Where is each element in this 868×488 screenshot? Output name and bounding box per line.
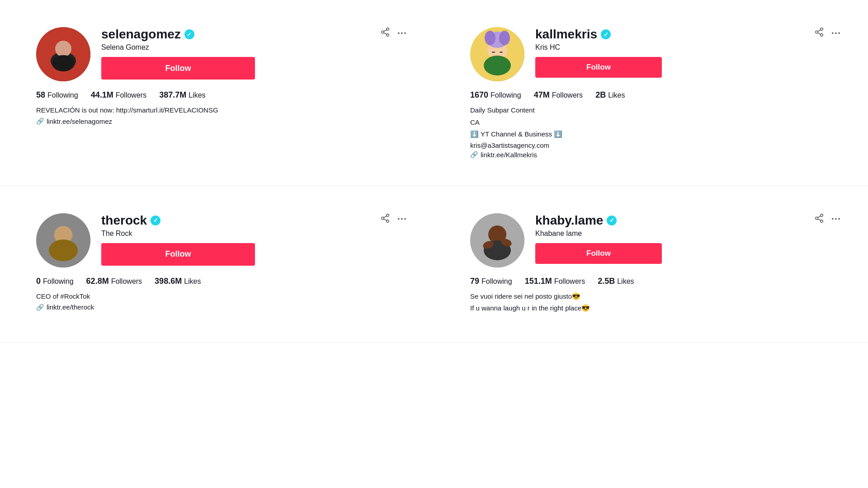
- followers-label: Followers: [111, 277, 142, 286]
- profile-link[interactable]: 🔗 linktr.ee/selenagomez: [36, 117, 398, 125]
- display-name: The Rock: [101, 230, 398, 238]
- svg-point-16: [484, 56, 511, 75]
- bio-line: REVELACIÓN is out now: http://smarturl.i…: [36, 105, 398, 116]
- following-stat: 1670 Following: [470, 90, 521, 100]
- profile-info: therock ✓ The Rock Follow: [101, 213, 398, 266]
- svg-point-18: [485, 31, 495, 45]
- share-icon[interactable]: [814, 27, 824, 39]
- likes-label: Likes: [617, 277, 634, 286]
- following-stat: 0 Following: [36, 277, 74, 286]
- svg-line-26: [384, 216, 387, 217]
- following-label: Following: [43, 277, 74, 286]
- share-icon[interactable]: [814, 213, 824, 225]
- followers-label: Followers: [552, 91, 583, 99]
- followers-count: 44.1M: [91, 90, 113, 100]
- svg-line-35: [818, 216, 821, 217]
- bio-section: Daily Subpar ContentCA⬇️ YT Channel & Bu…: [470, 105, 832, 159]
- profile-link[interactable]: 🔗 linktr.ee/therock: [36, 303, 398, 311]
- profile-card-khaby.lame: ··· khaby.lame ✓ Khabane lame: [434, 186, 868, 343]
- svg-line-3: [384, 33, 387, 34]
- card-header: selenagomez ✓ Selena Gomez Follow: [36, 27, 398, 81]
- following-label: Following: [481, 277, 512, 286]
- follow-button[interactable]: Follow: [535, 243, 662, 264]
- stats-row: 0 Following 62.8M Followers 398.6M Likes: [36, 277, 398, 286]
- card-header: therock ✓ The Rock Follow: [36, 213, 398, 267]
- followers-stat: 62.8M Followers: [86, 277, 142, 286]
- username-row: kallmekris ✓: [535, 27, 832, 42]
- verified-badge: ✓: [184, 29, 194, 39]
- bio-line: Daily Subpar Content: [470, 105, 832, 116]
- more-icon[interactable]: ···: [831, 213, 841, 225]
- avatar[interactable]: [36, 27, 90, 81]
- svg-point-29: [49, 239, 78, 261]
- profile-info: kallmekris ✓ Kris HC Follow: [535, 27, 832, 78]
- avatar[interactable]: [36, 213, 90, 267]
- profile-link[interactable]: 🔗 linktr.ee/Kallmekris: [470, 151, 832, 159]
- username-row: therock ✓: [101, 213, 398, 228]
- likes-label: Likes: [184, 277, 201, 286]
- profile-card-selenagomez: ··· selenagomez ✓ Selena Gomez: [0, 0, 434, 186]
- more-icon[interactable]: ···: [831, 28, 841, 39]
- svg-line-13: [818, 30, 821, 32]
- likes-count: 398.6M: [155, 277, 182, 286]
- username: therock: [101, 213, 147, 228]
- share-icon[interactable]: [380, 213, 390, 225]
- bio-line: If u wanna laugh u r in the right place😎: [470, 303, 832, 314]
- likes-count: 2B: [595, 90, 606, 100]
- following-label: Following: [491, 91, 521, 99]
- svg-rect-21: [500, 52, 503, 53]
- svg-line-12: [818, 33, 821, 34]
- username-row: khaby.lame ✓: [535, 213, 832, 228]
- following-count: 79: [470, 277, 479, 286]
- follow-button[interactable]: Follow: [101, 57, 255, 80]
- likes-count: 2.5B: [598, 277, 615, 286]
- bio-line: CA: [470, 117, 832, 128]
- followers-count: 151.1M: [525, 277, 552, 286]
- more-icon[interactable]: ···: [397, 28, 407, 39]
- likes-label: Likes: [608, 91, 625, 99]
- bio-section: Se vuoi ridere sei nel posto giusto😎If u…: [470, 291, 832, 314]
- stats-row: 79 Following 151.1M Followers 2.5B Likes: [470, 277, 832, 286]
- username: selenagomez: [101, 27, 181, 42]
- svg-line-4: [384, 30, 387, 32]
- username: khaby.lame: [535, 213, 603, 228]
- profile-info: khaby.lame ✓ Khabane lame Follow: [535, 213, 832, 264]
- svg-line-34: [818, 219, 821, 221]
- bio-section: REVELACIÓN is out now: http://smarturl.i…: [36, 105, 398, 125]
- link-text[interactable]: linktr.ee/therock: [47, 303, 94, 311]
- likes-stat: 387.7M Likes: [159, 90, 205, 100]
- display-name: Kris HC: [535, 43, 832, 52]
- follow-button[interactable]: Follow: [101, 243, 255, 266]
- profile-info: selenagomez ✓ Selena Gomez Follow: [101, 27, 398, 80]
- bio-section: CEO of #RockTok 🔗 linktr.ee/therock: [36, 291, 398, 311]
- svg-point-8: [52, 55, 75, 71]
- followers-stat: 47M Followers: [534, 90, 583, 100]
- likes-count: 387.7M: [159, 90, 186, 100]
- more-icon[interactable]: ···: [397, 213, 407, 225]
- svg-rect-20: [492, 52, 495, 53]
- likes-stat: 398.6M Likes: [155, 277, 201, 286]
- link-icon: 🔗: [36, 117, 44, 125]
- card-header: khaby.lame ✓ Khabane lame Follow: [470, 213, 832, 267]
- card-actions: ···: [814, 213, 841, 225]
- link-text[interactable]: linktr.ee/Kallmekris: [481, 151, 537, 159]
- follow-button[interactable]: Follow: [535, 57, 662, 78]
- card-actions: ···: [814, 27, 841, 39]
- link-text[interactable]: linktr.ee/selenagomez: [47, 117, 112, 125]
- verified-icon: ✓: [607, 216, 617, 225]
- svg-point-19: [499, 31, 510, 45]
- following-label: Following: [47, 91, 78, 99]
- verified-icon: ✓: [151, 216, 160, 225]
- share-icon[interactable]: [380, 27, 390, 39]
- verified-badge: ✓: [151, 216, 160, 225]
- likes-stat: 2.5B Likes: [598, 277, 634, 286]
- following-stat: 58 Following: [36, 90, 78, 100]
- link-icon: 🔗: [36, 304, 44, 311]
- svg-point-30: [53, 233, 73, 239]
- stats-row: 58 Following 44.1M Followers 387.7M Like…: [36, 90, 398, 100]
- avatar[interactable]: [470, 27, 524, 81]
- following-count: 1670: [470, 90, 488, 100]
- username-row: selenagomez ✓: [101, 27, 398, 42]
- card-header: kallmekris ✓ Kris HC Follow: [470, 27, 832, 81]
- avatar[interactable]: [470, 213, 524, 267]
